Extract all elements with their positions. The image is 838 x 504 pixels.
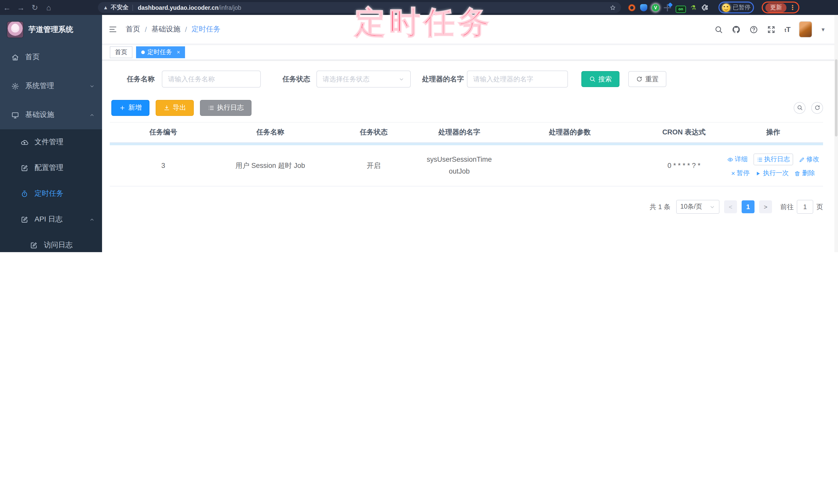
search-icon <box>797 105 803 111</box>
goto-page-input[interactable]: 1 <box>797 200 813 214</box>
app-logo[interactable]: 芋道管理系统 <box>0 15 102 44</box>
extension-green-icon[interactable]: V <box>652 4 659 11</box>
tab-scheduled-job[interactable]: 定时任务 × <box>136 46 185 58</box>
extension-on-badge[interactable]: on <box>676 5 686 13</box>
table-header-highlight <box>110 143 823 145</box>
close-icon[interactable]: × <box>177 49 180 55</box>
reset-button[interactable]: 重置 <box>628 71 666 87</box>
cell-cron: 0 * * * * ? * <box>645 162 723 169</box>
job-name-label: 任务名称 <box>127 74 155 84</box>
download-icon <box>163 104 170 111</box>
table-header-row: 任务编号 任务名称 任务状态 处理器的名字 处理器的参数 CRON 表达式 操作 <box>110 122 823 143</box>
cell-handler-name: sysUserSessionTimeoutJob <box>424 154 495 177</box>
action-pause-link[interactable]: × 暂停 <box>731 169 750 178</box>
page-size-select[interactable]: 10条/页 <box>676 200 719 214</box>
goto-page: 前往 1 页 <box>780 200 823 214</box>
handler-name-input[interactable]: 请输入处理器的名字 <box>467 71 568 88</box>
extension-grid-icon[interactable] <box>664 4 671 11</box>
chevron-down-icon <box>709 204 715 210</box>
button-label: 执行日志 <box>217 103 244 112</box>
font-size-icon[interactable]: tT <box>784 26 790 33</box>
link-label: 删除 <box>802 169 815 178</box>
breadcrumb-home[interactable]: 首页 <box>126 25 140 34</box>
help-icon[interactable] <box>749 25 758 34</box>
sidebar-item-home[interactable]: 首页 <box>0 43 102 72</box>
sidebar-item-infra[interactable]: 基础设施 <box>0 101 102 129</box>
action-detail-link[interactable]: 详细 <box>727 155 748 164</box>
page-1-button[interactable]: 1 <box>741 200 754 213</box>
profile-paused-label: 已暂停 <box>733 4 751 11</box>
next-page-button[interactable]: > <box>759 200 772 213</box>
sidebar-item-label: API 日志 <box>35 215 89 224</box>
tab-home[interactable]: 首页 <box>110 46 133 58</box>
refresh-button[interactable] <box>811 102 823 113</box>
sidebar-item-api-log[interactable]: API 日志 <box>0 206 102 232</box>
action-run-once-link[interactable]: 执行一次 <box>755 169 789 178</box>
github-icon[interactable] <box>732 25 740 34</box>
page-unit-label: 页 <box>816 202 823 212</box>
job-status-label: 任务状态 <box>282 74 310 84</box>
main-area: 首页 / 基础设施 / 定时任务 tT ▼ 首页 定时任务 <box>102 15 838 252</box>
fullscreen-icon[interactable] <box>767 25 775 34</box>
link-label: 执行日志 <box>764 155 790 164</box>
table-row[interactable]: 3 用户 Session 超时 Job 开启 sysUserSessionTim… <box>110 145 823 186</box>
logo-image <box>7 21 23 37</box>
cell-job-status: 开启 <box>324 161 424 170</box>
avatar-caret-icon[interactable]: ▼ <box>820 26 826 32</box>
search-button[interactable]: 搜索 <box>581 71 619 87</box>
hide-search-button[interactable] <box>794 102 805 113</box>
browser-menu-icon[interactable]: ⋮ <box>789 4 796 11</box>
eye-icon <box>727 156 733 162</box>
breadcrumb-current[interactable]: 定时任务 <box>192 25 221 34</box>
search-icon[interactable] <box>714 25 723 34</box>
tags-view-bar: 首页 定时任务 × <box>102 44 838 60</box>
extension-orange-icon[interactable] <box>628 4 635 11</box>
bookmark-star-icon[interactable] <box>610 4 616 11</box>
scrollbar-thumb[interactable] <box>835 59 837 137</box>
sidebar-item-system[interactable]: 系统管理 <box>0 72 102 101</box>
sidebar-item-label: 首页 <box>25 53 95 62</box>
sidebar-item-file-manage[interactable]: 文件管理 <box>0 129 102 155</box>
link-label: 暂停 <box>737 169 750 178</box>
handler-name-label: 处理器的名字 <box>422 74 464 84</box>
search-icon <box>589 76 596 83</box>
extensions-puzzle-icon[interactable] <box>701 4 709 11</box>
sidebar-item-label: 文件管理 <box>35 138 95 147</box>
user-avatar[interactable] <box>799 22 812 37</box>
sidebar-item-access-log[interactable]: 访问日志 <box>0 232 102 252</box>
sidebar-collapse-icon[interactable] <box>108 25 118 34</box>
address-bar[interactable]: ▲ 不安全 dashboard.yudao.iocoder.cn /infra/… <box>98 2 621 13</box>
security-label[interactable]: 不安全 <box>111 4 128 11</box>
action-edit-link[interactable]: 修改 <box>799 155 819 164</box>
col-header-handler: 处理器的名字 <box>424 128 495 137</box>
breadcrumb-infra[interactable]: 基础设施 <box>152 25 180 34</box>
job-status-select[interactable]: 请选择任务状态 <box>316 71 411 88</box>
list-icon <box>208 104 214 111</box>
api-log-icon <box>21 216 28 223</box>
action-delete-link[interactable]: 删除 <box>795 169 815 178</box>
page-scrollbar[interactable] <box>834 15 838 252</box>
extension-blue-icon[interactable] <box>640 4 647 11</box>
sidebar-item-scheduled-job[interactable]: 定时任务 <box>0 181 102 206</box>
placeholder-text: 请输入处理器的名字 <box>473 74 534 84</box>
sidebar-item-config-manage[interactable]: 配置管理 <box>0 155 102 181</box>
exec-log-button[interactable]: 执行日志 <box>200 100 251 115</box>
search-form: 任务名称 请输入任务名称 任务状态 请选择任务状态 处理器的名字 请输入处理器的… <box>110 71 838 88</box>
browser-reload-button[interactable]: ↻ <box>28 3 42 12</box>
profile-emoji-avatar[interactable] <box>722 3 730 12</box>
screen: ← → ↻ ⌂ ▲ 不安全 dashboard.yudao.iocoder.cn… <box>0 0 838 252</box>
browser-home-button[interactable]: ⌂ <box>42 3 56 12</box>
add-button[interactable]: 新增 <box>111 100 150 115</box>
link-label: 修改 <box>806 155 819 164</box>
browser-update-button[interactable]: 更新 <box>766 3 787 12</box>
action-exec-log-link[interactable]: 执行日志 <box>753 154 793 165</box>
job-name-input[interactable]: 请输入任务名称 <box>162 71 261 88</box>
browser-back-button[interactable]: ← <box>0 3 14 12</box>
browser-forward-button[interactable]: → <box>14 3 28 12</box>
play-icon <box>755 170 762 176</box>
button-label: 重置 <box>645 74 659 84</box>
extension-scope-icon[interactable]: ⚗ <box>691 4 696 11</box>
prev-page-button[interactable]: < <box>724 200 737 213</box>
security-warning-icon: ▲ <box>103 5 108 10</box>
export-button[interactable]: 导出 <box>156 100 194 115</box>
